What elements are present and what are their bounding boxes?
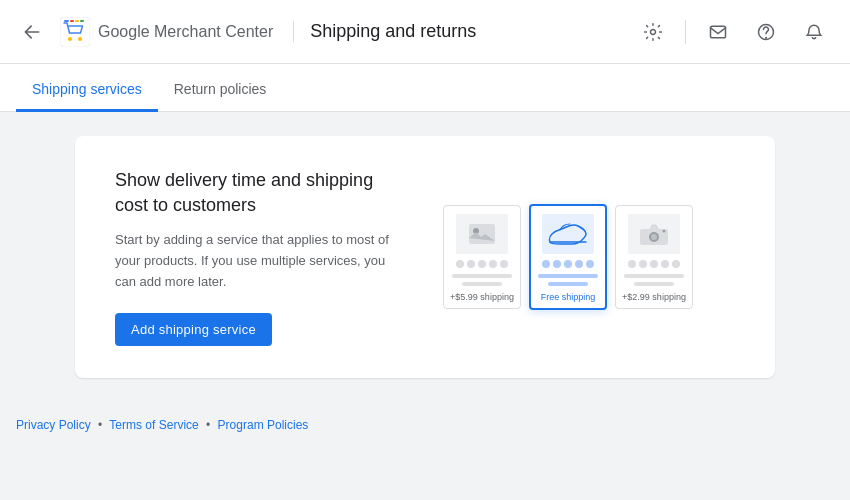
mail-button[interactable] <box>698 12 738 52</box>
card-text-line-short-3 <box>634 282 674 286</box>
topbar-icons <box>633 12 834 52</box>
svg-rect-5 <box>75 20 79 22</box>
product-image-2 <box>542 214 594 254</box>
help-button[interactable] <box>746 12 786 52</box>
svg-point-7 <box>651 29 656 34</box>
icon-divider <box>685 20 686 44</box>
svg-rect-4 <box>70 20 74 22</box>
back-icon <box>22 22 42 42</box>
product-card-2: Free shipping <box>529 204 607 310</box>
tab-return-policies[interactable]: Return policies <box>158 69 283 112</box>
card-text-line-3 <box>624 274 684 278</box>
footer-separator-1: • <box>98 418 102 432</box>
dots-row-2 <box>542 260 594 268</box>
settings-icon <box>643 22 663 42</box>
shoe-icon <box>542 216 594 252</box>
back-button[interactable] <box>16 16 48 48</box>
svg-rect-8 <box>711 26 726 38</box>
product-card-3: +$2.99 shipping <box>615 205 693 309</box>
logo-text: Google Merchant Center <box>98 23 273 41</box>
page-title: Shipping and returns <box>293 21 476 42</box>
card-description: Start by adding a service that applies t… <box>115 230 395 292</box>
card-text-line-short-1 <box>462 282 502 286</box>
tabs-bar: Shipping services Return policies <box>0 64 850 112</box>
notifications-button[interactable] <box>794 12 834 52</box>
shipping-label-3: +$2.99 shipping <box>622 292 686 302</box>
product-image-3 <box>628 214 680 254</box>
svg-point-2 <box>78 37 82 41</box>
program-policies-link[interactable]: Program Policies <box>218 418 309 432</box>
svg-point-15 <box>651 234 657 240</box>
product-image-1 <box>456 214 508 254</box>
terms-of-service-link[interactable]: Terms of Service <box>109 418 202 432</box>
svg-point-1 <box>68 37 72 41</box>
topbar: Google Merchant Center Shipping and retu… <box>0 0 850 64</box>
main-content: Show delivery time and shipping cost to … <box>0 112 850 402</box>
mail-icon <box>708 22 728 42</box>
dots-row-3 <box>628 260 680 268</box>
privacy-policy-link[interactable]: Privacy Policy <box>16 418 94 432</box>
card-text-line-2 <box>538 274 598 278</box>
dots-row-1 <box>456 260 508 268</box>
svg-point-16 <box>663 229 666 232</box>
settings-button[interactable] <box>633 12 673 52</box>
svg-point-10 <box>766 37 767 38</box>
card-text-line-1 <box>452 274 512 278</box>
shipping-label-1: +$5.99 shipping <box>450 292 514 302</box>
add-shipping-service-button[interactable]: Add shipping service <box>115 313 272 346</box>
info-card: Show delivery time and shipping cost to … <box>75 136 775 378</box>
card-text-line-short-2 <box>548 282 588 286</box>
footer-separator-2: • <box>206 418 210 432</box>
topbar-left: Google Merchant Center Shipping and retu… <box>16 16 633 48</box>
gmc-logo-icon <box>60 17 90 47</box>
card-heading: Show delivery time and shipping cost to … <box>115 168 395 218</box>
bell-icon <box>804 22 824 42</box>
product-cards-illustration: +$5.99 shipping <box>443 204 693 310</box>
svg-rect-6 <box>80 20 84 22</box>
svg-rect-11 <box>469 224 495 244</box>
product-card-1: +$5.99 shipping <box>443 205 521 309</box>
camera-icon <box>638 221 670 247</box>
image-placeholder-icon <box>467 222 497 246</box>
help-icon <box>756 22 776 42</box>
tab-shipping-services[interactable]: Shipping services <box>16 69 158 112</box>
svg-rect-3 <box>64 20 69 22</box>
card-content: Show delivery time and shipping cost to … <box>115 168 395 346</box>
logo-container: Google Merchant Center <box>60 17 273 47</box>
shipping-label-2: Free shipping <box>541 292 596 302</box>
footer: Privacy Policy • Terms of Service • Prog… <box>0 402 850 448</box>
